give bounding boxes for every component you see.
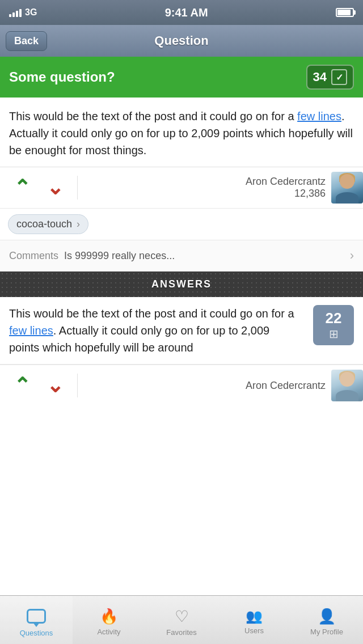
question-title: Some question? bbox=[9, 69, 115, 85]
favorites-icon: ♡ bbox=[175, 607, 189, 626]
tab-activity[interactable]: 🔥 Activity bbox=[73, 596, 145, 644]
signal-bar-4 bbox=[19, 9, 22, 17]
questions-bubble-icon bbox=[27, 609, 46, 624]
nav-title: Question bbox=[154, 33, 208, 48]
tab-users[interactable]: 👥 Users bbox=[218, 596, 290, 644]
tab-activity-label: Activity bbox=[97, 628, 120, 636]
answer-upvote-button[interactable]: ⌃ bbox=[6, 374, 39, 397]
vote-count: 34 bbox=[313, 70, 327, 84]
tab-favorites-label: Favorites bbox=[166, 628, 196, 637]
answer-text-before: This would be the text of the post and i… bbox=[9, 307, 294, 320]
vote-buttons: ⌃ ⌄ bbox=[0, 176, 78, 200]
battery-fill bbox=[337, 10, 351, 15]
questions-icon bbox=[26, 606, 47, 626]
tag-chevron-icon: › bbox=[77, 218, 80, 230]
answer-text: This would be the text of the post and i… bbox=[9, 305, 354, 356]
tab-questions[interactable]: Questions bbox=[0, 596, 73, 644]
signal-bar-3 bbox=[16, 11, 18, 17]
post-text-link[interactable]: few lines bbox=[297, 110, 341, 122]
tag-label: cocoa-touch bbox=[16, 218, 72, 230]
author-name: Aron Cedercrantz bbox=[78, 176, 326, 188]
status-bar: 3G 9:41 AM bbox=[0, 0, 363, 25]
signal-bar-1 bbox=[9, 14, 11, 17]
answer-author-name: Aron Cedercrantz bbox=[78, 380, 326, 392]
tab-questions-label: Questions bbox=[20, 629, 53, 637]
answers-title: ANSWERS bbox=[151, 278, 212, 290]
status-time: 9:41 AM bbox=[165, 6, 208, 19]
signal-bar-2 bbox=[12, 12, 15, 17]
answer-text-link[interactable]: few lines bbox=[9, 324, 53, 337]
answers-header: ANSWERS bbox=[0, 272, 363, 297]
author-score: 12,386 bbox=[78, 188, 326, 200]
activity-icon: 🔥 bbox=[100, 608, 118, 625]
vote-badge[interactable]: 34 ✓ bbox=[306, 65, 354, 90]
comments-row[interactable]: Comments Is 999999 really neces... › bbox=[0, 240, 363, 272]
downvote-button[interactable]: ⌄ bbox=[39, 176, 71, 200]
check-icon: ✓ bbox=[331, 69, 347, 85]
author-info: Aron Cedercrantz 12,386 bbox=[78, 176, 331, 200]
partial-author-row: ⌃ ⌄ Aron Cedercrantz bbox=[0, 365, 363, 406]
comments-preview: Is 999999 really neces... bbox=[64, 250, 350, 262]
back-button[interactable]: Back bbox=[6, 31, 47, 51]
comments-label: Comments bbox=[9, 250, 58, 262]
tag-row: cocoa-touch › bbox=[0, 209, 363, 240]
answer-vote-number: 22 bbox=[319, 310, 348, 327]
my-profile-icon: 👤 bbox=[318, 608, 336, 625]
post-body: This would be the text of the post and i… bbox=[0, 98, 363, 167]
question-header: Some question? 34 ✓ bbox=[0, 57, 363, 98]
post-text-before: This would be the text of the post and i… bbox=[9, 110, 297, 122]
answer-section: 22 ⊞ This would be the text of the post … bbox=[0, 297, 363, 365]
comments-chevron-icon: › bbox=[350, 248, 354, 263]
answer-vote-buttons: ⌃ ⌄ bbox=[0, 374, 78, 397]
network-type: 3G bbox=[25, 7, 37, 18]
status-left: 3G bbox=[9, 7, 37, 18]
post-text: This would be the text of the post and i… bbox=[9, 108, 354, 159]
tab-bar: Questions 🔥 Activity ♡ Favorites 👥 Users… bbox=[0, 595, 363, 644]
avatar[interactable] bbox=[331, 172, 363, 204]
answer-downvote-button[interactable]: ⌄ bbox=[39, 374, 71, 397]
answer-avatar[interactable] bbox=[331, 370, 363, 401]
tab-my-profile-label: My Profile bbox=[310, 628, 343, 636]
tab-favorites[interactable]: ♡ Favorites bbox=[145, 596, 218, 644]
tab-my-profile[interactable]: 👤 My Profile bbox=[290, 596, 363, 644]
nav-bar: Back Question bbox=[0, 25, 363, 57]
answer-vote-icon: ⊞ bbox=[329, 328, 339, 340]
answer-author-info: Aron Cedercrantz bbox=[78, 380, 331, 392]
answer-avatar-body bbox=[336, 390, 358, 401]
answer-vote-badge: 22 ⊞ bbox=[313, 305, 354, 345]
tab-users-label: Users bbox=[244, 626, 264, 635]
answer-avatar-head bbox=[340, 372, 354, 387]
author-row: ⌃ ⌄ Aron Cedercrantz 12,386 bbox=[0, 167, 363, 209]
avatar-head bbox=[340, 174, 354, 189]
avatar-body bbox=[336, 192, 358, 204]
users-icon: 👥 bbox=[246, 608, 263, 624]
battery-indicator bbox=[336, 8, 354, 17]
bubble-tail bbox=[33, 622, 40, 627]
signal-bars bbox=[9, 8, 22, 17]
tag-pill[interactable]: cocoa-touch › bbox=[8, 214, 88, 234]
upvote-button[interactable]: ⌃ bbox=[6, 176, 39, 200]
